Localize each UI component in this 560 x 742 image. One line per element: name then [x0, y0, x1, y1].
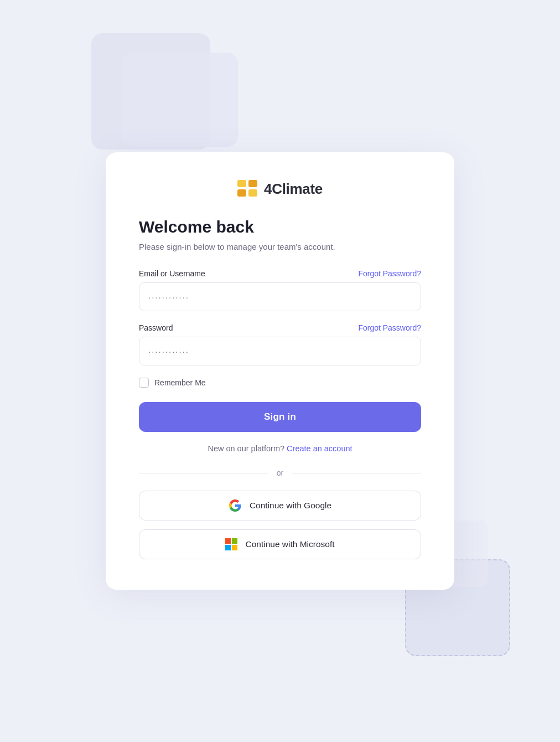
bg-rect-2: [122, 53, 238, 147]
password-input[interactable]: [139, 337, 421, 365]
svg-rect-2: [237, 189, 246, 197]
email-label: Email or Username: [139, 269, 205, 278]
svg-rect-7: [232, 545, 237, 550]
email-forgot-password-link[interactable]: Forgot Password?: [358, 269, 421, 278]
microsoft-sign-in-button[interactable]: Continue with Microsoft: [139, 529, 421, 559]
email-input[interactable]: [139, 282, 421, 311]
welcome-title: Welcome back: [139, 218, 421, 236]
google-sign-in-button[interactable]: Continue with Google: [139, 491, 421, 521]
divider-row: or: [139, 468, 421, 477]
svg-rect-3: [248, 189, 257, 197]
password-label: Password: [139, 323, 173, 332]
logo-area: 4Climate: [139, 180, 421, 198]
svg-rect-4: [225, 538, 231, 544]
email-field-row: Email or Username Forgot Password?: [139, 269, 421, 278]
new-account-text: New on our platform?: [208, 444, 284, 453]
svg-rect-1: [248, 180, 257, 187]
divider-text: or: [277, 468, 283, 477]
password-forgot-password-link[interactable]: Forgot Password?: [358, 323, 421, 332]
microsoft-icon: [225, 538, 237, 550]
divider-line-right: [292, 473, 421, 473]
sign-in-button[interactable]: Sign in: [139, 402, 421, 432]
svg-rect-6: [225, 545, 231, 550]
svg-rect-0: [237, 180, 246, 187]
google-icon: [229, 499, 242, 512]
new-account-row: New on our platform? Create an account: [139, 444, 421, 453]
divider-line-left: [139, 473, 268, 473]
logo-svg: [237, 180, 258, 198]
bg-rect-1: [91, 33, 210, 150]
google-button-label: Continue with Google: [250, 501, 331, 511]
password-field-row: Password Forgot Password?: [139, 323, 421, 332]
microsoft-button-label: Continue with Microsoft: [245, 539, 334, 549]
remember-me-checkbox[interactable]: [139, 378, 149, 388]
remember-me-row: Remember Me: [139, 378, 421, 388]
remember-me-label: Remember Me: [154, 378, 206, 387]
create-account-link[interactable]: Create an account: [287, 444, 352, 453]
svg-rect-5: [232, 538, 237, 544]
logo-text: 4Climate: [264, 181, 323, 198]
logo-icon: [237, 180, 258, 198]
welcome-subtitle: Please sign-in below to manage your team…: [139, 242, 421, 251]
login-card: 4Climate Welcome back Please sign-in bel…: [106, 152, 454, 590]
